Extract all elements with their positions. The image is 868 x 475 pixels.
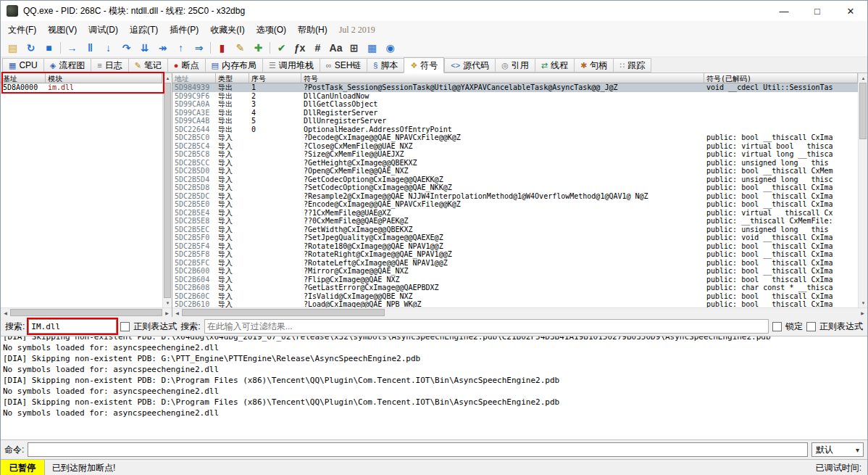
scroll-up-icon[interactable]: ▲ xyxy=(859,73,867,83)
symbol-row[interactable]: 5DC22644导出0OptionalHeader.AddressOfEntry… xyxy=(172,125,858,134)
modules-hscroll-track[interactable] xyxy=(10,308,162,317)
symbol-row[interactable]: 5DC2B5D8导入?SetCodecOption@CxImage@@QAE_N… xyxy=(172,183,858,192)
tab-memory-map[interactable]: ▤内存布局 xyxy=(205,58,262,73)
menu-help[interactable]: 帮助(H) xyxy=(292,21,333,38)
open-file-icon[interactable]: ▤ xyxy=(4,40,22,56)
font-icon[interactable]: Aa xyxy=(327,40,345,56)
symbol-row[interactable]: 5D99CA0A导出3DllGetClassObject xyxy=(172,100,858,109)
command-input[interactable] xyxy=(28,442,808,457)
run-to-return-icon[interactable]: ↑ xyxy=(172,40,190,56)
symbols-hscrollbar[interactable]: ◀ ▶ xyxy=(172,307,867,317)
menu-view[interactable]: 视图(V) xyxy=(42,21,83,38)
tab-handles[interactable]: ✱句柄 xyxy=(574,58,613,73)
tab-cpu[interactable]: ▦CPU xyxy=(2,58,43,73)
tab-call-stack[interactable]: ☰调用堆栈 xyxy=(262,58,320,73)
symbol-row[interactable]: 5DC2B604导入?Flip@CxImage@@QAE_NXZpublic: … xyxy=(172,276,858,284)
fx-icon[interactable]: ƒx xyxy=(291,40,309,56)
symbol-row[interactable]: 5DC2B5E8导入??0CxMemFile@@QAE@PAEK@Zpublic… xyxy=(172,217,858,226)
tab-log[interactable]: ≡日志 xyxy=(91,58,128,73)
hash-icon[interactable]: # xyxy=(309,40,327,56)
minimize-button[interactable]: — xyxy=(767,1,801,21)
module-search-input[interactable] xyxy=(28,319,117,334)
symbols-col-decorated[interactable]: 符号(已解码) xyxy=(704,73,858,83)
symbol-row[interactable]: 5DC2B5CC导入?GetHeight@CxImage@@QBEKXZpubl… xyxy=(172,159,858,168)
symbols-vscroll-track[interactable] xyxy=(859,83,867,298)
modules-vscroll-thumb[interactable] xyxy=(164,83,171,298)
maximize-button[interactable]: □ xyxy=(801,1,834,21)
modules-hscrollbar[interactable]: ◀ ▶ xyxy=(1,307,172,317)
tab-source[interactable]: <>源代码 xyxy=(444,58,495,73)
modules-col-module[interactable]: 模块 xyxy=(46,73,162,83)
patch-icon[interactable]: ✚ xyxy=(249,40,267,56)
step-into-icon[interactable]: ↓ xyxy=(99,40,117,56)
tab-seh[interactable]: ∞SEH链 xyxy=(320,58,367,73)
symbol-row[interactable]: 5DC2B5C8导入?Size@CxMemFile@@UAEJXZpublic:… xyxy=(172,150,858,159)
symbols-hscroll-track[interactable] xyxy=(182,308,858,317)
tab-notes[interactable]: ✎笔记 xyxy=(128,58,167,73)
update-icon[interactable]: ◉ xyxy=(381,40,399,56)
symbols-vscroll-thumb[interactable] xyxy=(859,83,867,139)
symbol-row[interactable]: 5DC2B5EC导入?GetWidth@CxImage@@QBEKXZpubli… xyxy=(172,226,858,234)
tab-threads[interactable]: ⇄线程 xyxy=(535,58,574,73)
symbol-row[interactable]: 5DC2B5E0导入?Encode@CxImage@@QAE_NPAVCxFil… xyxy=(172,200,858,209)
symbol-row[interactable]: 5DC2B5D4导入?GetCodecOption@CxImage@@QAEKK… xyxy=(172,175,858,184)
scroll-right-icon[interactable]: ▶ xyxy=(858,308,867,317)
menu-favourites[interactable]: 收藏夹(I) xyxy=(204,21,250,38)
symbols-col-type[interactable]: 类型 xyxy=(216,73,249,83)
calculator-icon[interactable]: ⊞ xyxy=(345,40,363,56)
comment-icon[interactable]: ✎ xyxy=(231,40,249,56)
symbol-row[interactable]: 5D99CA3E导出4DllRegisterServer xyxy=(172,109,858,117)
symbol-row[interactable]: 5DC2B5D0导入?Open@CxMemFile@@QAE_NXZpublic… xyxy=(172,167,858,175)
symbol-row[interactable]: 5DC2B5DC导入?Resample2@CxImage@@QAE_NJJW4I… xyxy=(172,192,858,201)
modules-vscroll-track[interactable] xyxy=(163,83,172,298)
scroll-up-icon[interactable]: ▲ xyxy=(163,73,172,83)
symbol-row[interactable]: 5DC2B60C导入?IsValid@CxImage@@QBE_NXZpubli… xyxy=(172,292,858,301)
restart-icon[interactable]: ↻ xyxy=(22,40,40,56)
symbol-row[interactable]: 5DC2B5F0导入?SetJpegQuality@CxImage@@QAEXE… xyxy=(172,234,858,242)
symbols-vscrollbar[interactable]: ▲ ▼ xyxy=(858,73,867,307)
symbol-row[interactable]: 5D99C9F6导出2DllCanUnloadNow xyxy=(172,92,858,101)
tab-graph[interactable]: ◈流程图 xyxy=(43,58,91,73)
symbol-row[interactable]: 5DC2B5F8导入?RotateRight@CxImage@@QAE_NPAV… xyxy=(172,250,858,259)
scroll-left-icon[interactable]: ◀ xyxy=(172,308,182,317)
symbol-regex-checkbox[interactable] xyxy=(806,322,816,331)
menu-debug[interactable]: 调试(D) xyxy=(83,21,124,38)
modules-col-base[interactable]: 基址 xyxy=(1,73,46,83)
symbol-row[interactable]: 5D99CA4B导出5DllUnregisterServer xyxy=(172,117,858,125)
symbol-filter-input[interactable] xyxy=(204,319,769,334)
symbol-row[interactable]: 5DC2B608导入?GetLastError@CxImage@@QAEPBDX… xyxy=(172,284,858,292)
modules-hscroll-thumb[interactable] xyxy=(10,309,162,316)
trace-over-icon[interactable]: ↠ xyxy=(154,40,172,56)
symbol-row[interactable]: 5DC2B5FC导入?RotateLeft@CxImage@@QAE_NPAV1… xyxy=(172,259,858,268)
pause-icon[interactable]: ‖ xyxy=(81,40,99,56)
tab-script[interactable]: §脚本 xyxy=(367,58,404,73)
symbols-hscroll-thumb[interactable] xyxy=(182,309,385,316)
tab-breakpoints[interactable]: ●断点 xyxy=(167,58,205,73)
symbol-row[interactable]: 5DC2B5C4导入?Close@CxMemFile@@UAE_NXZpubli… xyxy=(172,142,858,151)
lock-checkbox[interactable] xyxy=(772,322,782,331)
tab-symbols[interactable]: ❖符号 xyxy=(404,57,444,73)
graph-icon[interactable]: ▦ xyxy=(363,40,381,56)
menu-options[interactable]: 选项(O) xyxy=(251,21,292,38)
symbol-row[interactable]: 5DC2B600导入?Mirror@CxImage@@QAE_NXZpublic… xyxy=(172,267,858,276)
menu-trace[interactable]: 追踪(T) xyxy=(124,21,164,38)
skip-icon[interactable]: ⇒ xyxy=(190,40,208,56)
tab-trace[interactable]: ∷跟踪 xyxy=(613,58,651,73)
stop-icon[interactable]: ■ xyxy=(40,40,58,56)
symbol-row[interactable]: 5DC2B5F4导入?Rotate180@CxImage@@QAE_NPAV1@… xyxy=(172,242,858,251)
menu-file[interactable]: 文件(F) xyxy=(2,21,42,38)
modules-vscrollbar[interactable]: ▲ ▼ xyxy=(162,73,172,307)
tab-references[interactable]: ◎引用 xyxy=(495,58,535,73)
close-button[interactable]: ✕ xyxy=(834,1,867,21)
symbol-row[interactable]: 5D984939导出1?PostTask_Session@SessionTask… xyxy=(172,83,858,92)
detach-icon[interactable]: ▮ xyxy=(213,40,231,56)
symbols-col-address[interactable]: 地址 xyxy=(172,73,216,83)
symbols-col-ordinal[interactable]: 序号 xyxy=(249,73,301,83)
symbol-row[interactable]: 5DC2B610导入?Load@CxImage@@QAE_NPB_WK@Zpub… xyxy=(172,300,858,307)
check-icon[interactable]: ✔ xyxy=(272,40,291,56)
menu-plugins[interactable]: 插件(P) xyxy=(164,21,204,38)
scroll-down-icon[interactable]: ▼ xyxy=(163,298,172,307)
trace-into-icon[interactable]: ⇊ xyxy=(135,40,154,56)
symbol-row[interactable]: 5DC2B5C0导入?Decode@CxImage@@QAE_NPAVCxFil… xyxy=(172,133,858,142)
symbols-col-symbol[interactable]: 符号 xyxy=(301,73,704,83)
